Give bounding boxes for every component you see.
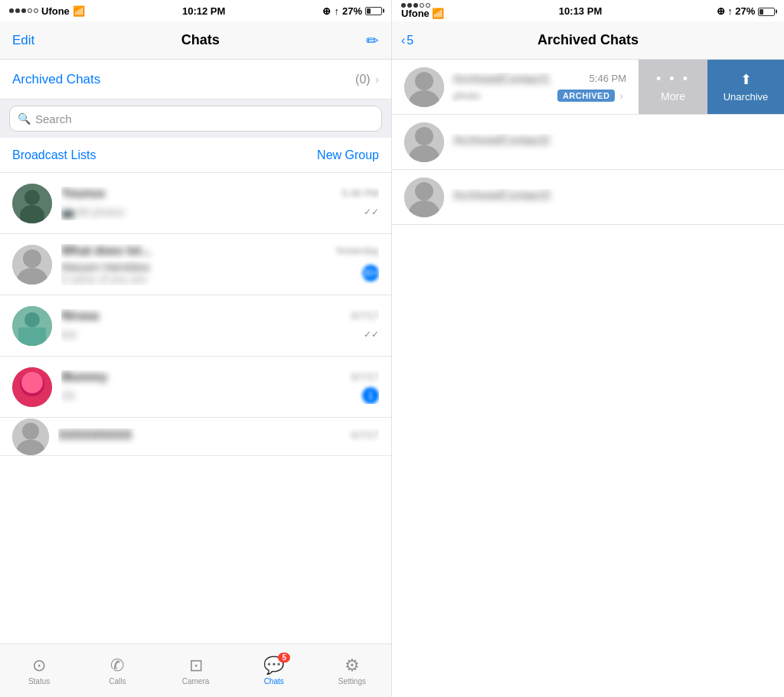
- chat-badge-1: 30+: [362, 265, 379, 282]
- avatar-image-1: [12, 245, 52, 285]
- archived-content-0: ArchivedContact1 5:46 PM photo ARCHIVED …: [444, 73, 626, 102]
- chats-title: Chats: [181, 32, 220, 48]
- avatar-3: [12, 367, 52, 407]
- chat-bottom-1: Maryam Hamidara it same of you are 30+: [61, 261, 379, 285]
- avatar-2: [12, 306, 52, 346]
- back-chevron-icon: ‹: [401, 34, 405, 47]
- search-placeholder-text: Search: [35, 112, 72, 125]
- avatar-4: [12, 419, 49, 455]
- settings-tab-icon: ⚙: [345, 656, 360, 676]
- calls-tab-label: Calls: [109, 677, 126, 686]
- battery-fill: [367, 8, 371, 14]
- chat-preview-2: bot: [61, 328, 364, 340]
- nav-icons: ✏: [366, 31, 379, 50]
- chat-list: Younus 5:46 PM 📷 86 photos ✓✓: [0, 173, 391, 643]
- archived-top-0: ArchivedContact1 5:46 PM: [453, 73, 626, 86]
- more-dots-icon: • • •: [656, 71, 690, 87]
- avatar-image-0: [12, 184, 52, 223]
- chat-content-0: Younus 5:46 PM 📷 86 photos ✓✓: [61, 187, 379, 220]
- left-carrier-info: Ufone 📶: [9, 5, 85, 17]
- right-carrier: Ufone: [401, 8, 430, 19]
- chat-item-0[interactable]: Younus 5:46 PM 📷 86 photos ✓✓: [0, 173, 391, 234]
- left-status-bar: Ufone 📶 10:12 PM ⊕ ↑ 27%: [0, 0, 391, 21]
- chat-time-2: 6/7/17: [351, 310, 379, 321]
- unarchive-button[interactable]: ⬆ Unarchive: [707, 60, 784, 114]
- svg-point-7: [24, 312, 40, 327]
- search-input-wrapper[interactable]: 🔍 Search: [9, 106, 382, 132]
- chat-preview-1: it same of you are: [61, 273, 362, 285]
- broadcast-lists-button[interactable]: Broadcast Lists: [12, 148, 96, 162]
- arrow-icon: ↑: [334, 5, 339, 17]
- more-label: More: [661, 90, 685, 103]
- right-wifi-icon: 📶: [432, 8, 444, 19]
- right-time: 10:13 PM: [559, 5, 602, 17]
- edit-button[interactable]: Edit: [12, 33, 34, 48]
- archived-avatar-image-0: [404, 67, 444, 107]
- tab-settings[interactable]: ⚙ Settings: [313, 656, 391, 686]
- chat-top-4: XXXXXXXXX 6/7/17: [58, 428, 379, 442]
- right-battery-area: ⊕ ↑ 27%: [717, 5, 775, 17]
- archived-chat-item-0[interactable]: ArchivedContact1 5:46 PM photo ARCHIVED …: [392, 60, 784, 115]
- chat-name-1: What does lol...: [61, 244, 151, 258]
- chat-item-1[interactable]: What does lol... Yesterday Maryam Hamida…: [0, 234, 391, 295]
- archived-chat-item-2[interactable]: ArchivedContact3: [392, 170, 784, 225]
- avatar-1: [12, 245, 52, 285]
- left-panel: Ufone 📶 10:12 PM ⊕ ↑ 27% Edit Chats ✏ Ar…: [0, 0, 392, 697]
- svg-point-23: [415, 182, 433, 200]
- chat-item-2[interactable]: Nirasa 6/7/17 bot ✓✓: [0, 295, 391, 357]
- archived-chat-item-1[interactable]: ArchivedContact2: [392, 115, 784, 170]
- right-arrow-icon: ↑: [727, 5, 733, 17]
- chat-subname-1: Maryam Hamidara: [61, 261, 362, 273]
- status-tab-icon: ⊙: [32, 656, 46, 676]
- left-battery-icon: [365, 7, 382, 15]
- tab-status[interactable]: ⊙ Status: [0, 656, 78, 686]
- search-icon: 🔍: [18, 112, 31, 125]
- signal-dots: [9, 8, 38, 13]
- archived-chats-row[interactable]: Archived Chats (0) ›: [0, 60, 391, 99]
- left-time: 10:12 PM: [182, 5, 225, 17]
- new-group-button[interactable]: New Group: [317, 148, 379, 162]
- back-button[interactable]: ‹ 5: [401, 34, 413, 47]
- dot2: [15, 8, 20, 13]
- chats-tab-label: Chats: [264, 677, 284, 686]
- chat-name-0: Younus: [61, 187, 105, 200]
- chat-content-3: Mummy 6/7/17 Ok 1: [61, 370, 379, 404]
- swipe-actions-0: • • • More ⬆ Unarchive: [639, 60, 784, 114]
- avatar-image-3: [12, 367, 52, 407]
- chat-item-3[interactable]: Mummy 6/7/17 Ok 1: [0, 357, 391, 418]
- avatar-image-4: [12, 419, 49, 455]
- camera-tab-label: Camera: [182, 677, 210, 686]
- archived-time-0: 5:46 PM: [590, 73, 626, 86]
- archived-top-2: ArchivedContact3: [453, 189, 772, 203]
- chat-bottom-2: bot ✓✓: [61, 326, 379, 343]
- svg-point-1: [24, 190, 40, 205]
- chat-content-1: What does lol... Yesterday Maryam Hamida…: [61, 244, 379, 285]
- chat-time-3: 6/7/17: [351, 371, 379, 383]
- chat-item-4[interactable]: XXXXXXXXX 6/7/17: [0, 418, 391, 456]
- archived-chevron-icon-0: ›: [619, 90, 623, 102]
- left-battery-area: ⊕ ↑ 27%: [322, 5, 382, 17]
- tab-chats[interactable]: 💬 5 Chats: [235, 656, 313, 686]
- archived-preview-row-0: photo ARCHIVED ›: [453, 90, 626, 102]
- archived-name-2: ArchivedContact3: [453, 189, 550, 203]
- archived-name-1: ArchivedContact2: [453, 134, 550, 148]
- left-nav-bar: Edit Chats ✏: [0, 21, 391, 60]
- chat-time-4: 6/7/17: [351, 429, 379, 441]
- tab-calls[interactable]: ✆ Calls: [78, 656, 156, 686]
- chats-badge-wrap: 💬 5: [263, 656, 284, 676]
- more-button[interactable]: • • • More: [639, 60, 707, 114]
- chat-name-3: Mummy: [61, 370, 107, 384]
- archived-preview-0: photo: [453, 90, 480, 102]
- camera-tab-icon: ⊡: [189, 656, 203, 676]
- chat-bottom-3: Ok 1: [61, 387, 379, 404]
- chat-badge-0: ✓✓: [364, 204, 379, 220]
- compose-icon[interactable]: ✏: [366, 31, 379, 50]
- tab-camera[interactable]: ⊡ Camera: [156, 656, 234, 686]
- right-battery-pct: 27%: [735, 5, 755, 17]
- right-carrier-info: Ufone 📶: [401, 3, 444, 19]
- archived-chats-label: Archived Chats: [12, 72, 355, 87]
- archived-name-0: ArchivedContact1: [453, 73, 550, 86]
- archived-content-1: ArchivedContact2: [444, 134, 772, 151]
- chat-badge-3: 1: [362, 387, 379, 404]
- archived-avatar-2: [404, 178, 444, 217]
